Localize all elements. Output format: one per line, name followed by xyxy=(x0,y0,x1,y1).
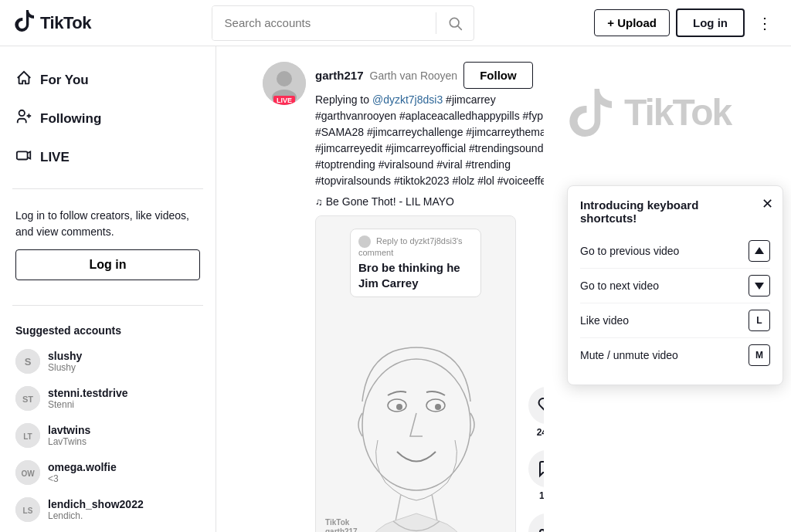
svg-marker-37 xyxy=(755,247,764,254)
music-label: Be Gone Thot! - LIL MAYO xyxy=(326,195,454,208)
sidebar-item-for-you[interactable]: For You xyxy=(6,62,209,99)
avatar-slushy: S xyxy=(15,349,40,374)
account-display-omega: <3 xyxy=(48,473,117,484)
suggested-accounts-label: Suggested accounts xyxy=(6,318,209,343)
suggested-account-lavtwins[interactable]: LT lavtwins LavTwins xyxy=(6,417,209,454)
more-options-button[interactable]: ⋮ xyxy=(751,8,779,39)
shortcut-next-key xyxy=(749,275,770,296)
avatar-omega: OW xyxy=(15,460,40,485)
live-label: LIVE xyxy=(40,150,70,165)
reply-bubble-header: Reply to dyzkt7j8dsi3's comment xyxy=(358,236,473,257)
suggested-account-slushy[interactable]: S slushy Slushy xyxy=(6,343,209,380)
header-actions: + Upload Log in ⋮ xyxy=(594,8,779,39)
account-info-lavtwins: lavtwins LavTwins xyxy=(48,424,90,447)
svg-text:LS: LS xyxy=(23,507,33,515)
svg-text:TikTok: TikTok xyxy=(325,518,350,527)
shortcut-like-label: Like video xyxy=(580,314,629,327)
reply-bubble-prompt: Reply to dyzkt7j8dsi3's comment xyxy=(358,236,463,257)
svg-point-23 xyxy=(396,404,402,410)
login-promo-text: Log in to follow creators, like videos, … xyxy=(15,209,189,238)
account-username-stenni: stenni.testdrive xyxy=(48,387,127,399)
suggested-account-stenni[interactable]: ST stenni.testdrive Stenni xyxy=(6,380,209,417)
shortcut-mute-video: Mute / unmute video M xyxy=(580,338,770,372)
share-icon-circle xyxy=(528,513,544,532)
logo-text: TikTok xyxy=(40,13,91,33)
account-display-lendich: Lendich. xyxy=(48,510,144,521)
svg-marker-38 xyxy=(755,283,764,290)
main-nav: For You Following LIVE xyxy=(6,62,209,176)
svg-text:garth217: garth217 xyxy=(325,527,358,532)
svg-text:S: S xyxy=(25,356,32,368)
follow-button-garth217[interactable]: Follow xyxy=(463,62,533,89)
see-all-button[interactable]: See all xyxy=(6,528,209,532)
header: TikTok + Upload Log in ⋮ xyxy=(0,0,791,46)
shortcut-next-label: Go to next video xyxy=(580,280,659,292)
video-area-garth217: Reply to dyzkt7j8dsi3's comment Bro be t… xyxy=(315,215,544,532)
account-display-stenni: Stenni xyxy=(48,399,127,410)
shortcuts-title: Introducing keyboard shortcuts! xyxy=(580,198,770,225)
logo[interactable]: TikTok xyxy=(12,8,91,38)
suggested-account-lendich[interactable]: LS lendich_show2022 Lendich. xyxy=(6,491,209,528)
like-button[interactable]: 2488 xyxy=(528,387,544,438)
reply-bubble: Reply to dyzkt7j8dsi3's comment Bro be t… xyxy=(350,229,481,297)
avatar-stenni: ST xyxy=(15,386,40,411)
like-count: 2488 xyxy=(537,427,544,438)
account-info-slushy: slushy Slushy xyxy=(48,350,82,373)
account-username-slushy: slushy xyxy=(48,350,82,362)
main-layout: For You Following LIVE xyxy=(0,46,791,532)
sidebar-item-live[interactable]: LIVE xyxy=(6,139,209,176)
video-thumbnail-garth217[interactable]: Reply to dyzkt7j8dsi3's comment Bro be t… xyxy=(315,215,516,532)
following-icon xyxy=(15,108,32,130)
home-icon xyxy=(15,69,32,91)
upload-button[interactable]: + Upload xyxy=(594,9,670,36)
account-info-lendich: lendich_show2022 Lendich. xyxy=(48,498,144,521)
login-promo: Log in to follow creators, like videos, … xyxy=(6,202,209,293)
tiktok-logo-icon xyxy=(12,8,37,38)
tiktok-logo-large: TikTok xyxy=(564,85,779,139)
post-header-garth217: garth217 Garth van Rooyen Follow xyxy=(315,62,544,89)
reply-avatar-small xyxy=(358,236,371,248)
replying-to-text: Replying to xyxy=(315,93,372,106)
large-tiktok-text: TikTok xyxy=(624,91,731,134)
following-label: Following xyxy=(40,111,101,127)
replying-to-user[interactable]: @dyzkt7j8dsi3 xyxy=(372,93,443,106)
post-avatar-garth217[interactable]: LIVE xyxy=(263,62,306,105)
share-button[interactable]: 52 xyxy=(528,513,544,532)
shortcut-mute-key: M xyxy=(749,344,770,366)
sidebar-item-following[interactable]: Following xyxy=(6,100,209,137)
account-display-slushy: Slushy xyxy=(48,362,82,373)
avatar-lavtwins: LT xyxy=(15,423,40,448)
shortcuts-close-button[interactable]: ✕ xyxy=(762,195,773,212)
suggested-divider xyxy=(12,305,203,306)
post-displayname-garth217: Garth van Rooyen xyxy=(370,69,458,82)
post-username-garth217[interactable]: garth217 xyxy=(315,69,364,82)
hashtags: #jimcarrey #garthvanrooyen #aplaceacalle… xyxy=(315,93,544,187)
keyboard-shortcuts-popup: ✕ Introducing keyboard shortcuts! Go to … xyxy=(567,185,783,385)
video-actions-garth217: 2488 177 xyxy=(528,387,544,532)
shortcut-mute-label: Mute / unmute video xyxy=(580,349,678,361)
account-username-lavtwins: lavtwins xyxy=(48,424,90,436)
search-input[interactable] xyxy=(212,6,436,40)
svg-line-1 xyxy=(457,25,461,29)
suggested-account-omega[interactable]: OW omega.wolfie <3 xyxy=(6,454,209,491)
account-info-stenni: stenni.testdrive Stenni xyxy=(48,387,127,410)
post-music-garth217[interactable]: ♫ Be Gone Thot! - LIL MAYO xyxy=(315,195,544,208)
search-button[interactable] xyxy=(436,6,474,40)
music-icon: ♫ xyxy=(315,196,323,208)
comment-button[interactable]: 177 xyxy=(528,450,544,501)
feed: LIVE garth217 Garth van Rooyen Follow Re… xyxy=(216,46,544,532)
comment-icon-circle xyxy=(528,450,544,487)
account-username-lendich: lendich_show2022 xyxy=(48,498,144,510)
account-username-omega: omega.wolfie xyxy=(48,461,117,473)
nav-divider xyxy=(12,188,203,189)
live-badge: LIVE xyxy=(273,96,295,105)
reply-bubble-content: Bro be thinking he Jim Carrey xyxy=(358,260,473,290)
shortcut-prev-key xyxy=(749,240,770,262)
login-promo-button[interactable]: Log in xyxy=(15,249,200,280)
right-panel: TikTok ✕ Introducing keyboard shortcuts!… xyxy=(544,46,791,532)
svg-text:LT: LT xyxy=(23,432,32,441)
post-description-garth217: Replying to @dyzkt7j8dsi3 #jimcarrey #ga… xyxy=(315,92,544,189)
shortcut-prev-video: Go to previous video xyxy=(580,234,770,269)
account-display-lavtwins: LavTwins xyxy=(48,436,90,447)
login-button[interactable]: Log in xyxy=(676,8,745,37)
